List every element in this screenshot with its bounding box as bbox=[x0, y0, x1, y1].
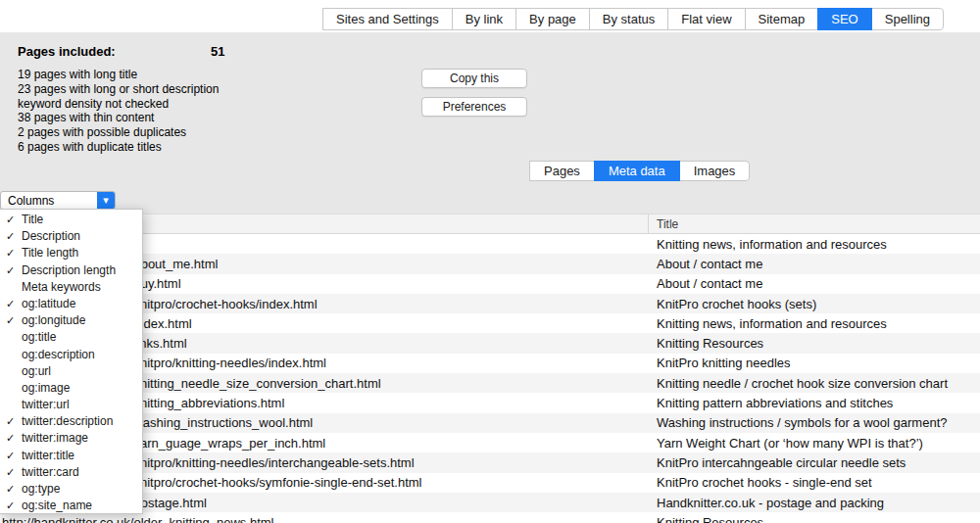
copy-this-button[interactable]: Copy this bbox=[421, 69, 527, 88]
checkmark-icon: ✓ bbox=[6, 296, 20, 312]
columns-menu-item[interactable]: ✓ og:latitude bbox=[0, 296, 142, 312]
table-row[interactable]: http://handknitter.co.uk/knitting_needle… bbox=[0, 373, 980, 393]
title-cell: Knitting needle / crochet hook size conv… bbox=[649, 376, 980, 391]
title-cell: About / contact me bbox=[649, 276, 980, 291]
menu-item-label: og:url bbox=[22, 364, 51, 378]
pages-included-value: 51 bbox=[211, 44, 224, 59]
checkmark-icon: ✓ bbox=[6, 413, 20, 430]
columns-menu-item[interactable]: ✓ Title length bbox=[0, 245, 142, 262]
menu-item-label: Description bbox=[22, 229, 80, 243]
table-row[interactable]: http://handknitter.co.uk/knitpro/crochet… bbox=[0, 294, 980, 313]
columns-menu-item[interactable]: ✓ og:site_name bbox=[0, 498, 142, 514]
stat-line: 23 pages with long or short description bbox=[18, 82, 219, 97]
checkmark-icon: ✓ bbox=[6, 448, 20, 464]
checkmark-icon: ✓ bbox=[6, 312, 20, 329]
table-body: http://handknitter.co.uk Knitting news, … bbox=[0, 234, 980, 523]
table-row[interactable]: http://handknitter.co.uk/links.html Knit… bbox=[0, 333, 980, 353]
stat-line: keyword density not checked bbox=[18, 97, 219, 112]
preferences-button[interactable]: Preferences bbox=[421, 97, 527, 117]
menu-item-label: Title bbox=[22, 213, 43, 226]
main-tab[interactable]: Sitemap bbox=[745, 8, 819, 30]
table-row[interactable]: http://handknitter.co.uk/knitpro/knittin… bbox=[0, 452, 980, 472]
columns-menu-item[interactable]: og:url bbox=[0, 363, 142, 380]
table-row[interactable]: http://handknitter.co.uk/knitpro/knittin… bbox=[0, 354, 980, 373]
data-view-segments: Pages Meta data Images bbox=[530, 161, 750, 181]
columns-dropdown-menu: ✓ Title ✓ Description ✓ Title length ✓ D… bbox=[0, 209, 143, 514]
columns-menu-item[interactable]: ✓ twitter:image bbox=[0, 430, 142, 447]
table-row[interactable]: http://handknitter.co.uk Knitting news, … bbox=[0, 234, 980, 254]
top-toolbar: Sites and Settings By link By page By st… bbox=[0, 0, 980, 32]
url-cell: http://handknitter.co.uk/older_knitting_… bbox=[0, 515, 649, 523]
table-row[interactable]: http://handknitter.co.uk/knitpro/crochet… bbox=[0, 473, 980, 493]
title-cell: Knitting Resources bbox=[649, 336, 980, 351]
menu-item-label: Description length bbox=[22, 263, 116, 277]
summary-panel: Pages included: 51 19 pages with long ti… bbox=[0, 32, 980, 214]
checkmark-icon: ✓ bbox=[6, 245, 20, 262]
columns-menu-item[interactable]: Meta keywords bbox=[0, 279, 142, 296]
table-row[interactable]: http://handknitter.co.uk/buy.html About … bbox=[0, 274, 980, 294]
menu-item-label: twitter:title bbox=[22, 449, 74, 462]
data-view-tab[interactable]: Pages bbox=[529, 161, 595, 181]
summary-stats: 19 pages with long title 23 pages with l… bbox=[18, 68, 219, 155]
table-row[interactable]: http://handknitter.co.uk/about_me.html A… bbox=[0, 254, 980, 273]
columns-menu-item[interactable]: ✓ twitter:title bbox=[0, 448, 142, 464]
title-cell: Knitting Resources bbox=[649, 515, 980, 523]
main-tab[interactable]: By link bbox=[452, 8, 516, 30]
table-row[interactable]: http://handknitter.co.uk/knitting_abbrev… bbox=[0, 393, 980, 412]
columns-menu-item[interactable]: ✓ twitter:card bbox=[0, 464, 142, 481]
main-tab[interactable]: SEO bbox=[817, 8, 871, 30]
menu-item-label: twitter:card bbox=[22, 465, 79, 479]
table-row[interactable]: http://handknitter.co.uk/older_knitting_… bbox=[0, 512, 980, 523]
pages-included-label: Pages included: bbox=[18, 44, 116, 59]
columns-menu-item[interactable]: ✓ twitter:description bbox=[0, 413, 142, 430]
table-row[interactable]: http://handknitter.co.uk/postage.html Ha… bbox=[0, 493, 980, 512]
main-tab[interactable]: By page bbox=[515, 8, 590, 30]
main-tab[interactable]: Sites and Settings bbox=[322, 8, 453, 30]
title-cell: Washing instructions / symbols for a woo… bbox=[649, 415, 980, 430]
menu-item-label: og:image bbox=[22, 381, 70, 395]
title-cell: KnitPro crochet hooks (sets) bbox=[649, 297, 980, 311]
columns-menu-item[interactable]: ✓ Description bbox=[0, 228, 142, 245]
data-view-tab[interactable]: Images bbox=[679, 161, 751, 181]
main-tab[interactable]: Flat view bbox=[667, 8, 745, 30]
title-cell: About / contact me bbox=[649, 257, 980, 271]
main-tab[interactable]: By status bbox=[589, 8, 668, 30]
table-row[interactable]: http://handknitter.co.uk/index.html Knit… bbox=[0, 313, 980, 333]
seo-window: Sites and Settings By link By page By st… bbox=[0, 0, 980, 523]
columns-menu-item[interactable]: og:title bbox=[0, 329, 142, 346]
title-cell: KnitPro crochet hooks - single-end set bbox=[649, 475, 980, 490]
checkmark-icon: ✓ bbox=[6, 464, 20, 481]
menu-item-label: Meta keywords bbox=[22, 280, 101, 294]
columns-menu-item[interactable]: ✓ og:type bbox=[0, 481, 142, 498]
menu-item-label: og:latitude bbox=[22, 297, 75, 310]
stat-line: 19 pages with long title bbox=[18, 68, 219, 82]
checkmark-icon: ✓ bbox=[6, 262, 20, 279]
columns-menu-item[interactable]: og:description bbox=[0, 347, 142, 363]
menu-item-label: og:title bbox=[22, 330, 56, 344]
main-tab-bar: Sites and Settings By link By page By st… bbox=[323, 8, 944, 30]
columns-menu-item[interactable]: og:image bbox=[0, 380, 142, 397]
menu-item-label: og:type bbox=[22, 482, 60, 496]
title-column-header[interactable]: Title bbox=[649, 214, 980, 233]
title-cell: KnitPro intercahngeable circular needle … bbox=[649, 455, 980, 470]
stat-line: 2 pages with possible duplicates bbox=[18, 125, 219, 140]
columns-popup-button[interactable]: Columns ▾ bbox=[0, 191, 116, 210]
title-cell: Knitting pattern abbreviations and stitc… bbox=[649, 396, 980, 410]
title-cell: Handknitter.co.uk - postage and packing bbox=[649, 496, 980, 510]
data-view-tab[interactable]: Meta data bbox=[594, 161, 680, 181]
checkmark-icon: ✓ bbox=[6, 498, 20, 514]
menu-item-label: twitter:url bbox=[22, 398, 70, 411]
columns-menu-item[interactable]: ✓ Title bbox=[0, 212, 142, 228]
checkmark-icon: ✓ bbox=[6, 430, 20, 447]
title-cell: Knitting news, information and resources bbox=[649, 316, 980, 331]
columns-menu-item[interactable]: ✓ Description length bbox=[0, 262, 142, 279]
main-tab[interactable]: Spelling bbox=[871, 8, 944, 30]
table-row[interactable]: http://handknitter.co.uk/washing_instruc… bbox=[0, 413, 980, 433]
menu-item-label: og:site_name bbox=[22, 499, 92, 512]
table-row[interactable]: http://handknitter.co.uk/yarn_guage_wrap… bbox=[0, 433, 980, 452]
title-cell: Yarn Weight Chart (or ‘how many WPI is t… bbox=[649, 436, 980, 451]
table-header: Title bbox=[0, 214, 980, 234]
meta-data-table: Title http://handknitter.co.uk Knitting … bbox=[0, 214, 980, 523]
columns-menu-item[interactable]: twitter:url bbox=[0, 397, 142, 413]
columns-menu-item[interactable]: ✓ og:longitude bbox=[0, 312, 142, 329]
